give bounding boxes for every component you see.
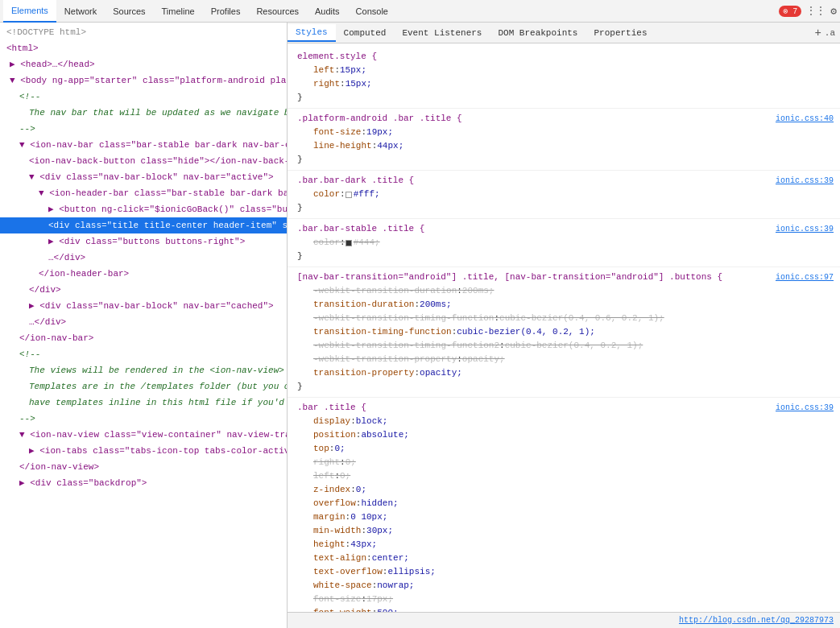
tree-line[interactable]: ▼ <ion-nav-bar class="bar-stable bar-dar… [0,137,287,153]
tree-line[interactable]: ▼ <div class="nav-bar-block" nav-bar="ac… [0,169,287,185]
css-prop[interactable]: color: #fff; [297,188,834,201]
css-selector: .platform-android .bar .title { [297,112,462,126]
tree-line[interactable]: <html> [0,40,287,56]
css-selector: .bar.bar-stable .title { [297,222,424,236]
styles-panel: Styles Computed Event Listeners DOM Brea… [288,23,840,628]
subtab-styles[interactable]: Styles [288,24,336,42]
tree-line[interactable]: ▼ <ion-nav-view class="view-container" n… [0,427,287,443]
css-prop[interactable]: line-height: 44px; [297,139,834,153]
css-prop[interactable]: transition-property: opacity; [297,366,834,380]
add-rule-icon[interactable]: + [814,27,821,39]
tab-resources[interactable]: Resources [248,0,307,23]
tree-line[interactable]: …</div> [0,250,287,266]
css-prop[interactable]: right: 15px; [297,77,834,91]
elements-panel: <!DOCTYPE html><html>▶ <head>…</head>▼ <… [0,23,288,628]
toolbar-right: ⊗ 7 ⋮⋮ ⚙ [779,5,837,18]
css-prop[interactable]: -webkit-transition-timing-function2: cub… [297,339,834,353]
css-rule: .bar.bar-dark .title { ionic.css:39 colo… [288,171,840,219]
css-source[interactable]: ionic.css:39 [776,222,834,236]
tree-line[interactable]: ▶ <div class="nav-bar-block" nav-bar="ca… [0,298,287,314]
tree-line[interactable]: ▼ <ion-header-bar class="bar-stable bar-… [0,185,287,201]
tree-line[interactable]: <!-- [0,89,287,105]
css-prop[interactable]: min-width: 30px; [297,524,834,538]
tab-timeline[interactable]: Timeline [154,0,203,23]
tab-elements[interactable]: Elements [3,0,56,23]
tree-line[interactable]: Templates are in the /templates folder (… [0,378,287,395]
css-selector: .bar.bar-dark .title { [297,174,414,188]
css-prop[interactable]: font-size: 17px; [297,593,834,606]
tab-profiles[interactable]: Profiles [203,0,249,23]
error-badge: ⊗ 7 [779,6,801,17]
toggle-format-icon[interactable]: .a [825,28,835,38]
tree-line[interactable]: The views will be rendered in the <ion-n… [0,362,287,378]
css-prop[interactable]: transition-timing-function: cubic-bezier… [297,325,834,339]
gear-icon[interactable]: ⚙ [830,5,837,18]
tree-line[interactable]: </ion-header-bar> [0,266,287,282]
styles-content[interactable]: element.style { left: 15px; right: 15px;… [288,43,840,612]
tree-line[interactable]: ▶ <div class="backdrop"> [0,475,287,491]
css-rule: element.style { left: 15px; right: 15px;… [288,47,840,109]
tree-line[interactable]: …</div> [0,314,287,330]
main-layout: <!DOCTYPE html><html>▶ <head>…</head>▼ <… [0,23,840,628]
css-prop[interactable]: transition-duration: 200ms; [297,298,834,312]
css-prop[interactable]: overflow: hidden; [297,497,834,510]
css-rule: .platform-android .bar .title { ionic.cs… [288,109,840,171]
css-prop[interactable]: display: block; [297,415,834,428]
elements-tree[interactable]: <!DOCTYPE html><html>▶ <head>…</head>▼ <… [0,23,287,628]
tab-console[interactable]: Console [348,0,396,23]
tree-line[interactable]: </div> [0,282,287,298]
css-prop[interactable]: margin: 0 10px; [297,510,834,524]
tree-line[interactable]: ▶ <ion-tabs class="tabs-icon-top tabs-co… [0,443,287,459]
subtab-properties[interactable]: Properties [586,25,655,41]
css-prop[interactable]: -webkit-transition-timing-function: cubi… [297,312,834,325]
css-prop[interactable]: right: 0; [297,456,834,469]
tree-line[interactable]: </ion-nav-bar> [0,330,287,346]
css-selector: [nav-bar-transition="android"] .title, [… [297,271,722,284]
css-source[interactable]: ionic.css:39 [776,401,834,415]
css-prop[interactable]: -webkit-transition-duration: 200ms; [297,284,834,298]
tree-line[interactable]: <div class="title title-center header-it… [0,217,287,233]
tree-line[interactable]: --> [0,121,287,137]
tree-line[interactable]: <!-- [0,346,287,362]
subtab-dom-breakpoints[interactable]: DOM Breakpoints [490,25,586,41]
tree-line[interactable]: </ion-nav-view> [0,459,287,475]
css-prop[interactable]: position: absolute; [297,428,834,442]
css-prop[interactable]: z-index: 0; [297,483,834,497]
tree-line[interactable]: ▶ <head>…</head> [0,56,287,72]
css-source[interactable]: ionic.css:39 [776,174,834,188]
css-prop[interactable]: text-overflow: ellipsis; [297,565,834,579]
tree-line[interactable]: <!DOCTYPE html> [0,24,287,40]
css-prop[interactable]: height: 43px; [297,538,834,552]
tree-line[interactable]: The nav bar that will be updated as we n… [0,105,287,121]
css-prop[interactable]: white-space: nowrap; [297,579,834,593]
tree-line[interactable]: --> [0,411,287,427]
blog-url[interactable]: http://blog.csdn.net/qq_29287973 [679,616,834,625]
tree-line[interactable]: ▼ <body ng-app="starter" class="platform… [0,72,287,89]
expand-icon[interactable]: ⋮⋮ [806,5,826,17]
tab-audits[interactable]: Audits [307,0,348,23]
css-prop[interactable]: top: 0; [297,442,834,456]
css-rule: [nav-bar-transition="android"] .title, [… [288,267,840,398]
css-prop[interactable]: left: 0; [297,469,834,483]
css-prop[interactable]: text-align: center; [297,552,834,565]
tree-line[interactable]: <ion-nav-back-button class="hide"></ion-… [0,153,287,169]
css-rule: .bar.bar-stable .title { ionic.css:39 co… [288,219,840,267]
tree-line[interactable]: ▶ <button ng-click="$ionicGoBack()" clas… [0,201,287,217]
tree-line[interactable]: have templates inline in this html file … [0,395,287,411]
styles-subtabs: Styles Computed Event Listeners DOM Brea… [288,23,840,43]
css-prop[interactable]: left: 15px; [297,64,834,77]
subtab-event-listeners[interactable]: Event Listeners [394,25,490,41]
css-source[interactable]: ionic.css:97 [776,271,834,284]
css-rule: .bar .title { ionic.css:39 display: bloc… [288,398,840,612]
devtools-toolbar: Elements Network Sources Timeline Profil… [0,0,840,23]
tab-network[interactable]: Network [56,0,105,23]
css-prop[interactable]: -webkit-transition-property: opacity; [297,353,834,366]
subtab-computed[interactable]: Computed [336,25,395,41]
css-source[interactable]: ionic.css:40 [776,112,834,126]
css-prop[interactable]: font-size: 19px; [297,126,834,139]
tab-sources[interactable]: Sources [105,0,153,23]
tree-line[interactable]: ▶ <div class="buttons buttons-right"> [0,233,287,250]
bottom-bar: http://blog.csdn.net/qq_29287973 [288,612,840,628]
css-prop[interactable]: color: #444; [297,236,834,250]
css-prop[interactable]: font-weight: 500; [297,606,834,612]
